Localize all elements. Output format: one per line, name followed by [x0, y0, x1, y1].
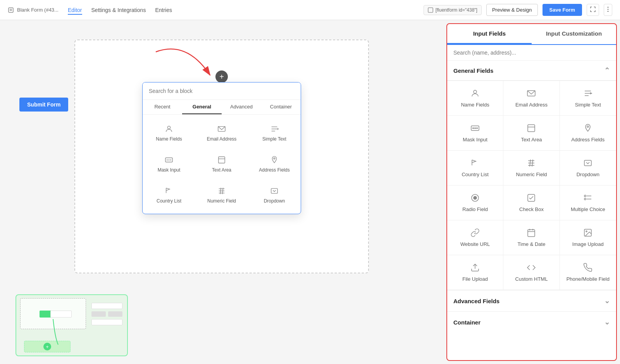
more-options-button[interactable] [604, 4, 612, 16]
field-email-address[interactable]: Email Address [503, 81, 560, 116]
panel-search-input[interactable] [453, 50, 610, 56]
field-file-upload[interactable]: File Upload [447, 255, 503, 290]
nav-settings[interactable]: Settings & Integrations [91, 5, 146, 15]
right-panel: Input Fields Input Customization General… [446, 23, 617, 361]
svg-point-34 [473, 128, 474, 129]
svg-point-35 [475, 128, 475, 129]
block-item-email[interactable]: Email Address [195, 118, 248, 149]
svg-point-58 [586, 231, 587, 232]
field-mask-input[interactable]: Mask Input [447, 116, 503, 151]
block-item-text-area[interactable]: Text Area [195, 149, 248, 180]
block-item-address-fields[interactable]: Address Fields [248, 149, 301, 180]
minimap-green-box [40, 311, 51, 318]
field-label-image-upload: Image Upload [572, 241, 604, 247]
advanced-fields-label: Advanced Fields [453, 298, 499, 304]
block-tabs: Recent General Advanced Container [143, 100, 301, 115]
block-search-input[interactable] [143, 82, 301, 100]
block-label-country-list: Country List [157, 198, 181, 204]
form-canvas: + Recent General Advanced Container Name… [74, 39, 369, 273]
svg-point-28 [474, 90, 477, 93]
block-item-numeric-field[interactable]: Numeric Field [195, 180, 248, 211]
advanced-fields-chevron: ⌄ [604, 297, 610, 305]
svg-point-6 [608, 11, 609, 12]
field-label-mask-input: Mask Input [463, 137, 487, 143]
field-country-list[interactable]: Country List [447, 151, 503, 185]
tab-advanced[interactable]: Advanced [222, 100, 261, 114]
field-label-check-box: Check Box [519, 206, 544, 212]
shortcode-box: [fluentform id="438"] [424, 5, 482, 15]
field-multiple-choice[interactable]: Multiple Choice [560, 185, 616, 220]
field-label-radio-field: Radio Field [462, 206, 488, 212]
add-block-button[interactable]: + [215, 70, 228, 83]
block-label-address-fields: Address Fields [259, 167, 289, 173]
field-label-phone-mobile: Phone/Mobile Field [567, 276, 610, 282]
save-button[interactable]: Save Form [542, 4, 582, 16]
field-label-time-date: Time & Date [518, 241, 546, 247]
tab-general[interactable]: General [182, 100, 222, 114]
block-label-email: Email Address [207, 136, 237, 142]
field-simple-text[interactable]: Simple Text [560, 81, 616, 116]
block-grid: Name Fields Email Address Simple Text [143, 115, 301, 214]
block-item-mask-input[interactable]: Mask Input [143, 149, 195, 180]
tab-input-fields[interactable]: Input Fields [447, 24, 532, 44]
field-numeric-field[interactable]: Numeric Field [503, 151, 560, 185]
field-time-date[interactable]: Time & Date [503, 220, 560, 255]
minimap-white-box [50, 311, 72, 318]
minimap-sub-block: + [24, 341, 71, 352]
svg-rect-49 [584, 195, 586, 197]
container-label: Container [453, 319, 480, 326]
svg-rect-51 [584, 198, 586, 200]
field-label-simple-text: Simple Text [575, 102, 601, 108]
field-name-fields[interactable]: Name Fields [447, 81, 503, 116]
block-item-country-list[interactable]: Country List [143, 180, 195, 211]
preview-button[interactable]: Preview & Design [486, 4, 538, 16]
svg-rect-17 [219, 157, 225, 163]
block-search-popup: Recent General Advanced Container Name F… [142, 82, 301, 214]
nav-editor[interactable]: Editor [68, 5, 82, 15]
field-address-fields[interactable]: Address Fields [560, 116, 616, 151]
field-label-name-fields: Name Fields [461, 102, 489, 108]
field-check-box[interactable]: Check Box [503, 185, 560, 220]
field-label-custom-html: Custom HTML [515, 276, 548, 282]
fullscreen-button[interactable] [587, 4, 599, 16]
field-label-dropdown: Dropdown [577, 172, 599, 177]
block-label-name-fields: Name Fields [156, 136, 182, 142]
block-item-dropdown[interactable]: Dropdown [248, 180, 301, 211]
tab-container[interactable]: Container [261, 100, 301, 114]
general-fields-label: General Fields [453, 67, 493, 74]
svg-point-19 [274, 158, 275, 160]
block-item-simple-text[interactable]: Simple Text [248, 118, 301, 149]
tab-recent[interactable]: Recent [143, 100, 182, 114]
field-image-upload[interactable]: Image Upload [560, 220, 616, 255]
container-section-header[interactable]: Container ⌄ [447, 311, 616, 333]
svg-rect-45 [584, 160, 591, 166]
general-fields-section-header[interactable]: General Fields ⌃ [447, 61, 616, 81]
field-website-url[interactable]: Website URL [447, 220, 503, 255]
field-dropdown[interactable]: Dropdown [560, 151, 616, 185]
tab-input-customization[interactable]: Input Customization [532, 24, 616, 44]
field-custom-html[interactable]: Custom HTML [503, 255, 560, 290]
block-label-text-area: Text Area [212, 167, 231, 173]
submit-form-button[interactable]: Submit Form [19, 98, 68, 112]
svg-rect-53 [528, 230, 535, 237]
nav-entries[interactable]: Entries [155, 5, 172, 15]
block-label-dropdown: Dropdown [264, 198, 285, 204]
field-label-numeric-field: Numeric Field [516, 172, 547, 177]
field-label-text-area: Text Area [521, 137, 542, 143]
svg-point-39 [587, 126, 589, 127]
field-phone-mobile[interactable]: Phone/Mobile Field [560, 255, 616, 290]
field-text-area[interactable]: Text Area [503, 116, 560, 151]
field-radio-field[interactable]: Radio Field [447, 185, 503, 220]
fields-grid: Name Fields Email Address Simple Text Ma… [447, 81, 616, 290]
svg-point-36 [477, 128, 477, 129]
nav-left: Blank Form (#43... Editor Settings & Int… [8, 5, 172, 15]
minimap-right-content [91, 303, 122, 328]
field-label-address-fields: Address Fields [571, 137, 604, 143]
block-item-name-fields[interactable]: Name Fields [143, 118, 195, 149]
svg-rect-37 [528, 125, 535, 132]
field-label-website-url: Website URL [460, 241, 490, 247]
field-label-email: Email Address [515, 102, 548, 108]
panel-tabs: Input Fields Input Customization [447, 24, 616, 45]
advanced-fields-section-header[interactable]: Advanced Fields ⌄ [447, 290, 616, 311]
field-label-country-list: Country List [462, 172, 488, 177]
